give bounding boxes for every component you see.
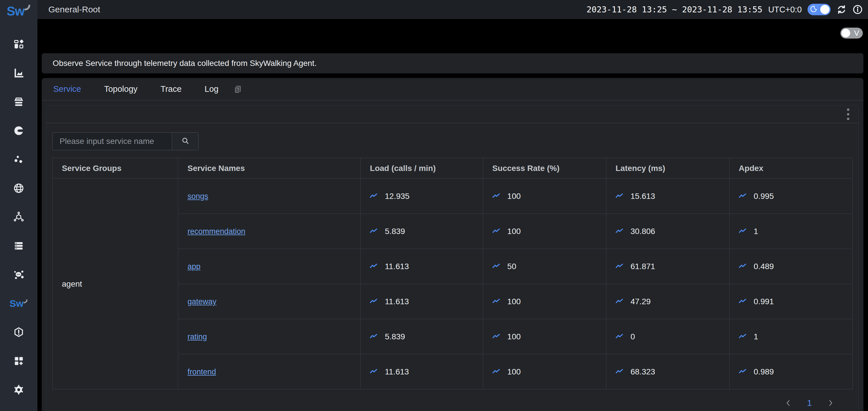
layers-icon — [13, 96, 24, 107]
metric-value: 61.871 — [630, 262, 655, 271]
metric-value: 100 — [507, 367, 521, 376]
refresh-icon[interactable] — [836, 4, 847, 15]
trend-icon — [492, 368, 500, 376]
sidebar-item-virtual-machine[interactable] — [0, 231, 37, 260]
col-latency: Latency (ms) — [606, 158, 729, 179]
sidebar-item-kubernetes[interactable] — [0, 202, 37, 231]
trend-icon — [370, 368, 377, 376]
search-row — [52, 132, 853, 150]
widget-header — [46, 105, 859, 123]
top-bar: General-Root 2023-11-28 13:25 ~ 2023-11-… — [37, 0, 868, 19]
trend-icon — [739, 298, 746, 305]
main-content: Observe Service through telemetry data c… — [42, 47, 863, 411]
description-banner: Observe Service through telemetry data c… — [42, 53, 863, 73]
tab-bar: Service Topology Trace Log — [42, 78, 863, 100]
documents-icon[interactable] — [233, 84, 243, 94]
metric-value: 5.839 — [385, 332, 405, 341]
dashboard-icon — [13, 39, 24, 50]
tab-service[interactable]: Service — [53, 84, 81, 94]
cube-icon — [13, 212, 24, 222]
prev-page-icon[interactable] — [784, 399, 792, 407]
sidebar-item-settings[interactable] — [0, 375, 37, 404]
metric-value: 0 — [630, 332, 635, 341]
info-icon[interactable] — [852, 4, 863, 15]
scatter-icon — [13, 154, 24, 165]
sidebar-item-scatter[interactable] — [0, 145, 37, 174]
tabs-panel: Service Topology Trace Log — [42, 78, 863, 411]
metric-value: 11.613 — [385, 262, 409, 271]
col-service-groups: Service Groups — [53, 158, 178, 179]
moon-icon — [810, 5, 817, 14]
top-bar-controls: 2023-11-28 13:25 ~ 2023-11-28 13:55 UTC+… — [587, 4, 863, 15]
trend-icon — [616, 263, 623, 270]
metric-value: 100 — [507, 192, 521, 201]
metric-value: 1 — [754, 227, 758, 236]
time-range-picker[interactable]: 2023-11-28 13:25 ~ 2023-11-28 13:55 — [587, 5, 763, 14]
trend-icon — [616, 298, 623, 305]
next-page-icon[interactable] — [827, 399, 834, 407]
toggle-knob — [820, 5, 830, 14]
service-link[interactable]: songs — [187, 192, 208, 200]
tab-trace[interactable]: Trace — [161, 84, 182, 94]
search-icon — [181, 137, 189, 146]
sidebar-item-mq[interactable] — [0, 260, 37, 289]
col-apdex: Apdex — [729, 158, 852, 179]
search-input[interactable] — [53, 133, 172, 150]
kebab-menu-icon[interactable] — [845, 107, 851, 122]
search-button[interactable] — [172, 133, 198, 150]
pie-chart-icon — [13, 125, 24, 136]
service-table: Service Groups Service Names Load (calls… — [52, 158, 853, 389]
skywalking-logo[interactable]: Sw — [7, 0, 31, 30]
trend-icon — [370, 298, 377, 305]
skywalking-app: Sw — [0, 0, 868, 411]
sidebar-item-pie[interactable] — [0, 116, 37, 145]
network-hub-icon — [13, 269, 24, 280]
page-number[interactable]: 1 — [807, 398, 812, 408]
table-row: agent songs 12.935 100 15.613 0.995 — [53, 179, 853, 214]
metric-value: 68.323 — [630, 367, 655, 376]
trend-icon — [739, 333, 746, 341]
metric-value: 50 — [507, 262, 516, 271]
metric-value: 0.995 — [754, 192, 774, 201]
trend-icon — [616, 368, 623, 376]
metric-value: 5.839 — [385, 227, 405, 236]
tab-log[interactable]: Log — [205, 84, 218, 94]
pagination: 1 — [52, 389, 853, 411]
trend-icon — [616, 228, 623, 235]
trend-icon — [739, 368, 746, 376]
server-list-icon — [13, 240, 24, 251]
trend-icon — [370, 228, 377, 235]
trend-icon — [739, 263, 746, 270]
sidebar: Sw — [0, 0, 37, 411]
view-mode-toggle[interactable]: V — [840, 28, 863, 38]
trend-icon — [616, 193, 623, 200]
col-success-rate: Success Rate (%) — [483, 158, 606, 179]
timezone-label: UTC+0:0 — [768, 5, 802, 14]
dark-mode-toggle[interactable] — [808, 4, 831, 15]
metric-value: 0.489 — [754, 262, 774, 271]
trend-icon — [492, 193, 500, 200]
sidebar-item-alarm[interactable] — [0, 318, 37, 347]
settings-icon — [13, 384, 25, 396]
sidebar-item-browser[interactable] — [0, 174, 37, 202]
metric-value: 30.806 — [630, 227, 655, 236]
col-service-names: Service Names — [178, 158, 361, 179]
service-link[interactable]: app — [187, 262, 200, 271]
trend-icon — [370, 263, 377, 270]
sidebar-item-layers[interactable] — [0, 88, 37, 116]
sidebar-item-new-dashboard[interactable] — [0, 347, 37, 375]
service-link[interactable]: gateway — [187, 297, 216, 306]
metric-value: 1 — [754, 332, 758, 341]
service-link[interactable]: recommendation — [187, 227, 245, 236]
sidebar-item-metrics[interactable] — [0, 59, 37, 88]
service-link[interactable]: frontend — [187, 368, 216, 376]
trend-icon — [492, 298, 500, 305]
tab-topology[interactable]: Topology — [104, 84, 137, 94]
metric-value: 11.613 — [385, 367, 409, 376]
view-toggle-label: V — [854, 29, 859, 38]
sidebar-item-dashboards[interactable] — [0, 30, 37, 59]
service-link[interactable]: rating — [187, 333, 207, 341]
service-group-cell: agent — [53, 179, 178, 389]
sidebar-item-self-observability[interactable]: Sw — [0, 289, 37, 318]
alarm-icon — [13, 327, 24, 338]
